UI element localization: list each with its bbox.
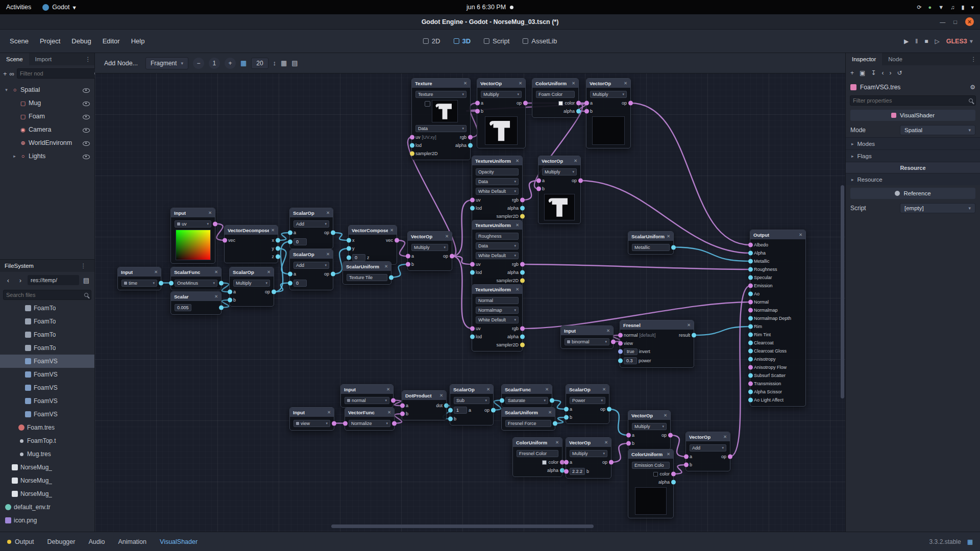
color-swatch[interactable] [542,460,547,465]
node-header[interactable]: VectorOp✕ [477,79,525,88]
b-port[interactable] [584,109,589,114]
lod-port[interactable] [470,206,475,211]
file-item[interactable]: FoamVS [0,408,94,421]
vec-port[interactable] [395,238,399,243]
a-port[interactable] [288,272,292,277]
dropdown[interactable]: Multiply▾ [590,91,627,98]
shader-node-dotproduct[interactable]: DotProduct✕adotb [402,390,447,420]
alpha-port[interactable] [520,270,525,275]
expand-arrow-icon[interactable]: ▾ [4,87,9,92]
zoom-in-button[interactable]: + [225,58,236,69]
rim_tint-port[interactable] [748,333,753,337]
visibility-eye-icon[interactable] [82,113,90,120]
dropdown[interactable]: Power▾ [570,397,605,404]
node-header[interactable]: Texture✕ [412,79,470,88]
dropdown[interactable]: Add▾ [690,444,726,452]
shader-node-texture[interactable]: Texture✕Texture▾Data▾uv[UV.xy]rgblodalph… [411,78,471,160]
node-header[interactable]: ScalarUniform✕ [628,232,673,241]
close-icon[interactable]: ✕ [624,81,627,86]
out-port[interactable] [611,339,616,344]
close-icon[interactable]: ✕ [572,81,575,86]
close-icon[interactable]: ✕ [326,210,330,215]
node-header[interactable]: Input✕ [118,267,161,277]
battery-icon[interactable]: ▮ [961,4,964,11]
node-header[interactable]: Input✕ [561,326,613,335]
close-icon[interactable]: ✕ [723,434,727,439]
shader-node-output[interactable]: Output✕AlbedoAlphaMetallicRoughnessSpecu… [750,230,806,407]
x-port[interactable] [347,238,351,243]
close-icon[interactable]: ✕ [387,410,391,415]
uniform-name-field[interactable]: Roughness [476,233,519,240]
scene-tree-item-lights[interactable]: ▸○Lights [0,149,94,163]
a-port[interactable] [684,455,689,459]
shader-node-texuni_opacity[interactable]: TextureUniform✕OpacityData▾White Default… [472,156,523,223]
snap-spinner-icon[interactable]: ↕ [273,59,277,67]
lod-port[interactable] [470,270,475,275]
history-forward-icon[interactable]: › [889,69,891,77]
shader-node-emis[interactable]: ColorUniform✕Emission Colocoloralpha [628,449,674,518]
scene-tree-item-foam[interactable]: ▢Foam [0,110,94,123]
minimize-button[interactable]: — [940,19,945,25]
file-search-input[interactable] [6,292,82,298]
node-header[interactable]: VectorOp✕ [538,156,580,165]
refresh-icon[interactable]: ⟳ [917,4,921,11]
normalmap_depth-port[interactable] [748,316,753,321]
file-item[interactable]: default_env.tr [0,500,94,514]
tab-node[interactable]: Node [882,53,909,65]
normal-port[interactable] [748,300,753,305]
close-icon[interactable]: ✕ [516,222,519,228]
shader-node-mult1[interactable]: ScalarOp✕Multiply▾aopb [229,267,274,307]
rim-port[interactable] [748,324,753,329]
status-dot-icon[interactable]: ● [928,4,932,10]
close-icon[interactable]: ✕ [390,228,394,233]
uniform-name-field[interactable]: Emission Colo [632,462,670,469]
in-port[interactable] [169,281,174,285]
close-icon[interactable]: ✕ [687,322,691,328]
clearcoat_gloss-port[interactable] [748,349,753,354]
close-icon[interactable]: ✕ [384,264,388,269]
op-port[interactable] [668,433,673,438]
dropdown[interactable]: Multiply▾ [542,168,577,176]
visibility-eye-icon[interactable] [82,86,90,94]
close-icon[interactable]: ✕ [602,387,606,392]
uniform-name-field[interactable]: Metallic [632,244,670,251]
node-header[interactable]: VectorCompose✕ [349,226,397,235]
snap-distance-field[interactable]: 20 [251,58,268,69]
file-item[interactable]: FoamTop.t [0,434,94,447]
graph-vertical-scrollbar[interactable] [841,185,844,398]
b-port[interactable] [564,469,569,473]
add-node-icon[interactable]: + [3,68,7,79]
alpha-port[interactable] [576,109,581,114]
node-header[interactable]: ScalarOp✕ [290,249,333,259]
node-header[interactable]: TextureUniform✕ [472,285,522,294]
save-resource-icon[interactable]: ↧ [871,69,876,77]
number-field[interactable]: 0 [293,238,307,245]
menu-help[interactable]: Help [126,34,151,48]
a-port[interactable] [584,101,589,106]
op-port[interactable] [578,179,583,183]
network-icon[interactable]: ▼ [938,4,944,10]
ao-port[interactable] [748,292,753,296]
anisotropy-port[interactable] [748,357,753,362]
subsurf_scatter-port[interactable] [748,373,753,378]
clearcoat-port[interactable] [748,341,753,345]
shader-node-tile[interactable]: ScalarUniform✕Texture Tile [342,261,391,285]
close-icon[interactable]: ✕ [606,328,610,333]
group-resource[interactable]: ▸ Resource [846,173,980,185]
out-port[interactable] [389,275,394,280]
z-port[interactable] [347,255,351,260]
out-port[interactable] [219,281,224,285]
file-item[interactable]: NorseMug_ [0,474,94,487]
shader-node-fforce[interactable]: ScalarUniform✕Fresnel Force [501,407,555,431]
scene-tree-item-worldenvironm[interactable]: ⊕WorldEnvironm [0,136,94,149]
node-header[interactable]: VectorDecompose✕ [225,226,278,235]
dropdown[interactable]: White Default▾ [476,316,519,323]
close-icon[interactable]: ✕ [516,287,519,292]
clock[interactable]: jun 6 6:30 PM [467,4,513,11]
dropdown[interactable]: binormal▾ [565,338,609,345]
shader-node-saturate[interactable]: ScalarFunc✕Saturate▾ [501,384,552,408]
shader-node-vecop22[interactable]: VectorOp✕Multiply▾aop2.2.2b [566,437,611,479]
node-header[interactable]: Scalar✕ [171,292,221,301]
uniform-name-field[interactable]: Foam Color [536,91,575,98]
update-spinner-icon[interactable]: ▦ [967,538,973,545]
